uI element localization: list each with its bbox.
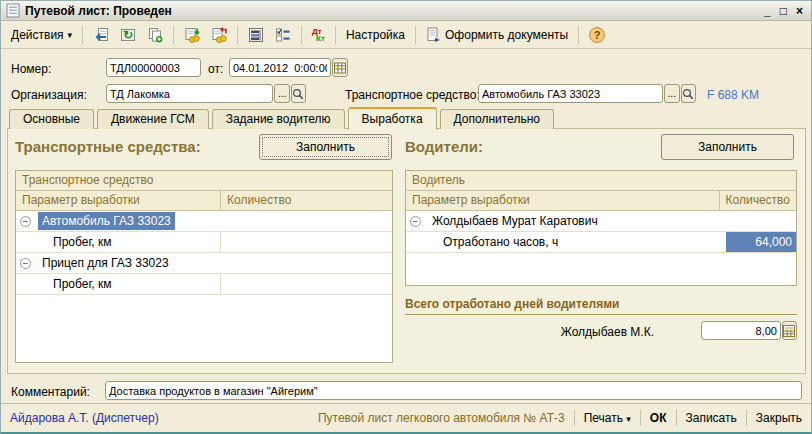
minimize-button[interactable]: _ [764,4,771,18]
column-header-parameter[interactable]: Параметр выработки [16,191,221,210]
column-header-quantity[interactable]: Количество [221,191,392,210]
close-button[interactable]: × [796,4,803,18]
window-title: Путевой лист: Проведен [25,4,172,18]
refresh-button[interactable]: ↻ [115,24,141,46]
quantity-cell[interactable] [221,232,392,252]
save-button[interactable] [88,24,114,46]
toolbar-separator [237,26,238,44]
column-header-parameter[interactable]: Параметр выработки [406,191,720,210]
table-row[interactable]: Пробег, км [16,232,392,253]
table-row[interactable]: − Прицеп для ГАЗ 33023 [16,253,392,274]
refresh-icon: ↻ [120,27,136,43]
quantity-cell-selected[interactable]: 64,000 [726,232,796,252]
cancel-posting-icon [211,27,227,43]
fill-vehicles-button[interactable]: Заполнить [259,134,392,160]
calendar-icon [334,62,346,74]
svg-text:↻: ↻ [123,28,133,42]
collapse-icon[interactable]: − [20,258,31,269]
tab-dopolnitelno[interactable]: Дополнительно [440,109,554,129]
comment-label: Комментарий: [11,385,90,399]
fill-drivers-button[interactable]: Заполнить [661,134,794,160]
table-row[interactable]: Отработано часов, ч 64,000 [406,232,796,253]
vehicle-open-button[interactable] [681,84,696,103]
tab-dvizhenie-gsm[interactable]: Движение ГСМ [97,109,209,129]
unpost-button[interactable] [206,24,232,46]
status-bar: Айдарова А.Т. (Диспетчер) Путевой лист л… [1,403,811,432]
vehicles-panel-title: Транспортные средства: [15,138,201,155]
post-button[interactable] [179,24,205,46]
vehicles-table-caption: Транспортное средство [16,171,392,191]
chevron-down-icon: ▾ [626,414,631,424]
checkbox-list-icon [275,27,291,43]
toolbar-separator [82,26,83,44]
statusbar-separator [574,410,575,426]
vehicle-plate: F 688 KM [707,88,759,102]
waybill-window: Путевой лист: Проведен _ □ × Действия ▾ … [0,0,812,434]
organization-input[interactable] [106,84,273,103]
structure-list-icon [248,27,264,43]
quantity-cell[interactable] [221,274,392,294]
collapse-icon[interactable]: − [410,216,421,227]
toolbar: Действия ▾ ↻ ДтКт Н [1,22,811,49]
tab-vyrabotka[interactable]: Выработка [348,107,437,130]
settings-button[interactable]: Настройка [341,25,410,45]
vehicle-select-button[interactable]: ... [664,84,679,103]
debit-credit-icon: ДтКт [312,28,325,42]
drivers-panel-title: Водители: [405,138,483,155]
statusbar-separator [640,410,641,426]
help-icon: ? [589,27,605,43]
table-row[interactable]: − Жолдыбаев Мурат Каратович [406,211,796,232]
maximize-button[interactable]: □ [780,4,787,18]
comment-input[interactable] [105,381,802,400]
vehicle-input[interactable] [478,84,663,103]
magnifier-icon [682,88,694,100]
toolbar-separator [415,26,416,44]
current-user: Айдарова А.Т. (Диспетчер) [10,411,159,425]
tab-osnovnye[interactable]: Основные [9,109,94,129]
calculator-icon [783,325,795,337]
vehicles-table: Транспортное средство Параметр выработки… [15,170,393,363]
collapse-icon[interactable]: − [20,216,31,227]
drivers-table-caption: Водитель [406,171,796,191]
table-row[interactable]: − Автомобиль ГАЗ 33023 [16,211,392,232]
days-worked-input[interactable] [701,321,781,340]
calendar-button[interactable] [332,58,348,77]
organization-select-button[interactable]: ... [274,84,289,103]
document-type-text: Путевой лист легкового автомобиля № АТ-3 [318,411,565,425]
debit-credit-button[interactable]: ДтКт [307,25,330,45]
organization-open-button[interactable] [291,84,306,103]
issue-documents-icon [426,27,441,43]
chevron-down-icon: ▾ [68,30,73,40]
issue-documents-button[interactable]: Оформить документы [421,24,573,46]
movements-button[interactable] [243,24,269,46]
copy-button[interactable] [142,24,168,46]
date-label: от: [208,62,223,76]
toolbar-separator [301,26,302,44]
post-document-icon [184,27,200,43]
copy-add-icon [147,27,163,43]
driver-short-name-label: Жолдыбаев М.К. [506,325,654,339]
organization-label: Организация: [11,88,87,102]
document-icon [6,3,20,18]
magnifier-icon [292,88,304,100]
tab-zadanie-voditelyu[interactable]: Задание водителю [212,109,345,129]
column-header-quantity[interactable]: Количество [720,191,796,210]
close-form-button[interactable]: Закрыть [756,411,802,425]
number-label: Номер: [11,62,51,76]
date-input[interactable] [229,58,331,77]
drivers-table: Водитель Параметр выработки Количество −… [405,170,797,286]
help-button[interactable]: ? [584,24,610,46]
print-button[interactable]: Печать ▾ [584,411,631,425]
number-input[interactable] [106,58,201,77]
days-total-title: Всего отработано дней водителями [405,297,797,315]
toolbar-separator [578,26,579,44]
journal-button[interactable] [270,24,296,46]
toolbar-separator [335,26,336,44]
write-button[interactable]: Записать [686,411,737,425]
actions-button[interactable]: Действия ▾ [6,25,77,45]
vehicle-label: Транспортное средство: [345,88,480,102]
calculator-button[interactable] [782,321,797,340]
statusbar-separator [746,410,747,426]
table-row[interactable]: Пробег, км [16,274,392,295]
ok-button[interactable]: ОК [650,411,667,425]
